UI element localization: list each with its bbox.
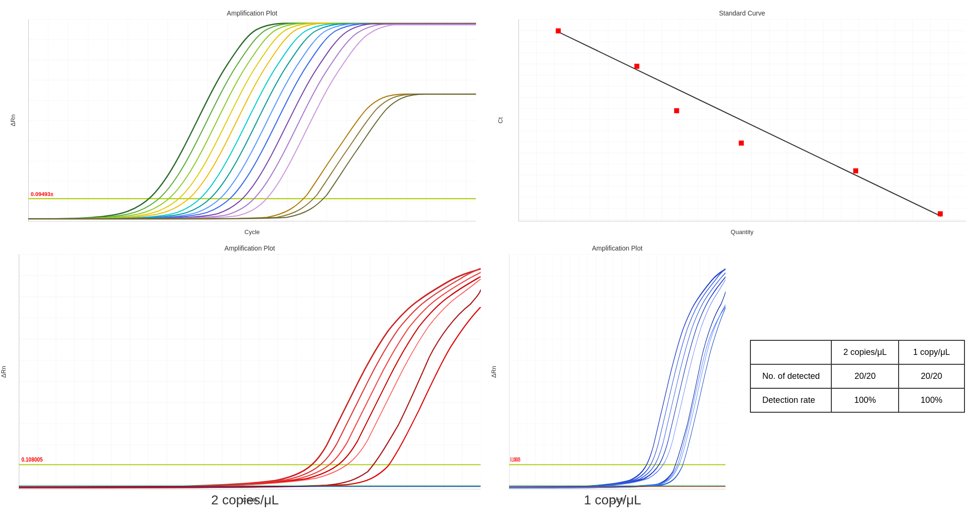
svg-text:0.09493±: 0.09493± [31,191,54,197]
top-right-svg: 31 30 29 28 27 26 25 24 23 22 21 20 19 1… [518,19,966,221]
bottom-right-panel: Amplification Plot ΔRn Cycle 2.00 1.75 [490,235,980,517]
top-right-chart: Ct Quantity 31 30 29 28 27 26 25 [518,19,966,221]
table-row-detection-rate: Detection rate 100% 100% [750,388,964,412]
table-cell-detected-1copy: 20/20 [899,364,964,388]
top-left-x-label: Cycle [244,228,260,236]
table-header-row: 2 copies/μL 1 copy/μL [750,340,964,364]
top-right-x-label: Quantity [731,228,753,236]
top-left-chart: ΔRn Cycle 1.75 1.50 1.25 1.00 0.75 [28,19,476,221]
svg-rect-0 [28,19,476,221]
top-right-panel: Standard Curve Ct Quantity 31 30 29 28 2… [490,0,980,235]
table-cell-rate-label: Detection rate [750,388,831,412]
bottom-left-chart-label: 2 copies/μL [211,493,279,508]
bottom-left-chart: ΔRn Cycle 2.00 1.75 1.50 1.25 1.00 0.75 … [19,254,481,489]
top-right-title: Standard Curve [518,9,966,17]
bottom-left-title: Amplification Plot [19,244,481,252]
top-left-y-label: ΔRn [9,114,16,126]
bottom-right-svg: 2.00 1.75 1.50 1.25 1.00 0.75 0.50 0.25 … [509,254,726,489]
svg-rect-72 [739,141,744,146]
top-left-svg: 1.75 1.50 1.25 1.00 0.75 0.50 0.25 0.00 … [28,19,476,221]
bottom-right-chart: ΔRn Cycle 2.00 1.75 1.50 1.25 [509,254,726,489]
top-right-y-label: Ct [497,118,504,124]
main-layout: Amplification Plot ΔRn Cycle 1.75 1.50 1… [0,0,980,526]
table-cell-detected-2copies: 20/20 [831,364,898,388]
svg-text:0.108005: 0.108005 [21,456,43,463]
table-header-2copies: 2 copies/μL [831,340,898,364]
bottom-left-y-label: ΔRn [0,366,7,377]
top-left-panel: Amplification Plot ΔRn Cycle 1.75 1.50 1… [0,0,490,235]
svg-rect-89 [509,254,726,489]
bottom-right-chart-label: 1 copy/μL [584,493,641,508]
table-header-1copy: 1 copy/μL [899,340,964,364]
detection-table-area: 2 copies/μL 1 copy/μL No. of detected 20… [735,235,980,517]
svg-rect-71 [674,108,679,113]
bottom-right-chart-container: Amplification Plot ΔRn Cycle 2.00 1.75 [490,235,735,517]
bottom-left-panel: Amplification Plot ΔRn Cycle 2.00 1.75 1… [0,235,490,517]
svg-rect-70 [634,64,639,69]
table-header-empty [750,340,831,364]
bottom-right-chart-title: Amplification Plot [509,244,726,252]
svg-text:0.108005: 0.108005 [510,456,520,463]
detection-table: 2 copies/μL 1 copy/μL No. of detected 20… [750,340,965,413]
svg-rect-74 [938,212,943,217]
table-row-detected: No. of detected 20/20 20/20 [750,364,964,388]
svg-rect-75 [19,254,481,489]
svg-rect-73 [853,168,858,173]
table-cell-rate-1copy: 100% [899,388,964,412]
table-cell-detected-label: No. of detected [750,364,831,388]
svg-rect-69 [556,28,561,33]
top-left-title: Amplification Plot [28,9,476,17]
table-cell-rate-2copies: 100% [831,388,898,412]
bottom-right-y-label: ΔRn [490,366,497,377]
bottom-left-svg: 2.00 1.75 1.50 1.25 1.00 0.75 0.50 0.25 … [19,254,481,489]
